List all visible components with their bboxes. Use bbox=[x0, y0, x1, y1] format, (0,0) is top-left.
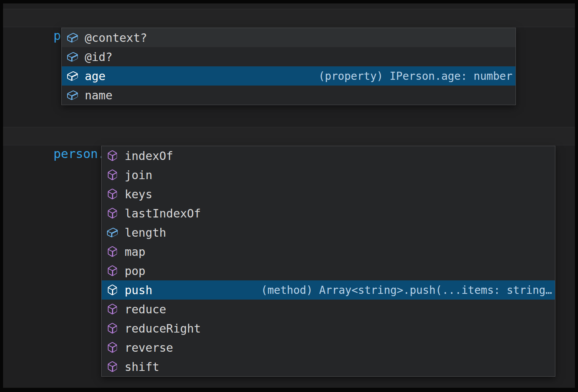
suggestion-detail: (method) Array<string>.push(...items: st… bbox=[252, 284, 552, 296]
suggestion-label: keys bbox=[125, 188, 152, 201]
symbol-method-icon bbox=[106, 188, 119, 200]
suggestion-item-reverse[interactable]: reverse bbox=[102, 338, 555, 357]
symbol-method-icon bbox=[106, 245, 119, 258]
symbol-field-icon bbox=[66, 31, 79, 44]
symbol-method-icon bbox=[106, 322, 119, 334]
symbol-field-icon bbox=[106, 226, 119, 239]
suggestion-label: @id? bbox=[85, 50, 112, 64]
suggestion-item-reduce[interactable]: reduce bbox=[102, 300, 555, 319]
symbol-method-icon bbox=[106, 265, 119, 277]
suggestion-item-id[interactable]: @id? bbox=[62, 47, 515, 66]
suggestion-label: shift bbox=[125, 360, 159, 374]
symbol-method-icon bbox=[106, 284, 119, 296]
suggestion-item-reduceright[interactable]: reduceRight bbox=[102, 319, 555, 338]
suggestion-label: push bbox=[125, 283, 152, 297]
suggestion-label: age bbox=[85, 69, 105, 83]
symbol-field-icon bbox=[66, 70, 79, 82]
suggestion-label: reverse bbox=[125, 341, 173, 354]
suggestion-item-map[interactable]: map bbox=[102, 242, 555, 261]
code-token-variable: person bbox=[54, 147, 98, 161]
symbol-method-icon bbox=[106, 361, 119, 373]
suggestion-item-context[interactable]: @context? bbox=[62, 28, 515, 47]
symbol-field-icon bbox=[66, 51, 79, 63]
symbol-method-icon bbox=[106, 341, 119, 354]
suggestion-item-pop[interactable]: pop bbox=[102, 261, 555, 280]
suggestion-item-keys[interactable]: keys bbox=[102, 184, 555, 204]
symbol-method-icon bbox=[106, 169, 119, 181]
suggestion-label: indexOf bbox=[125, 149, 173, 163]
code-editor[interactable]: person.; @context?@id?age(property) IPer… bbox=[3, 3, 575, 388]
vscode-editor-screenshot: person.; @context?@id?age(property) IPer… bbox=[0, 0, 578, 392]
suggestion-label: lastIndexOf bbox=[125, 207, 201, 220]
suggestion-label: pop bbox=[125, 264, 145, 278]
suggestion-item-indexof[interactable]: indexOf bbox=[102, 146, 555, 165]
suggestion-item-age[interactable]: age(property) IPerson.age: number bbox=[62, 66, 515, 86]
intellisense-popup-name: indexOfjoinkeyslastIndexOflengthmappoppu… bbox=[101, 146, 555, 377]
suggestion-item-push[interactable]: push(method) Array<string>.push(...items… bbox=[102, 280, 555, 300]
code-line-person[interactable]: person.; bbox=[3, 9, 575, 27]
suggestion-item-name[interactable]: name bbox=[62, 86, 515, 105]
suggestion-label: map bbox=[125, 245, 145, 259]
suggestion-item-shift[interactable]: shift bbox=[102, 357, 555, 376]
suggestion-item-join[interactable]: join bbox=[102, 165, 555, 184]
suggestion-label: reduceRight bbox=[125, 322, 201, 335]
suggestion-label: length bbox=[125, 226, 166, 239]
suggestion-label: join bbox=[125, 168, 152, 182]
intellisense-popup-person: @context?@id?age(property) IPerson.age: … bbox=[61, 28, 516, 105]
suggestion-item-length[interactable]: length bbox=[102, 223, 555, 242]
symbol-method-icon bbox=[106, 303, 119, 315]
suggestion-label: reduce bbox=[125, 303, 166, 316]
suggestion-label: name bbox=[85, 89, 112, 102]
symbol-method-icon bbox=[106, 207, 119, 219]
code-line-person-name[interactable]: person.name.; bbox=[3, 127, 575, 145]
symbol-method-icon bbox=[106, 150, 119, 162]
suggestion-label: @context? bbox=[85, 31, 147, 44]
symbol-field-icon bbox=[66, 89, 79, 101]
suggestion-item-lastindexof[interactable]: lastIndexOf bbox=[102, 204, 555, 223]
suggestion-detail: (property) IPerson.age: number bbox=[309, 70, 512, 82]
